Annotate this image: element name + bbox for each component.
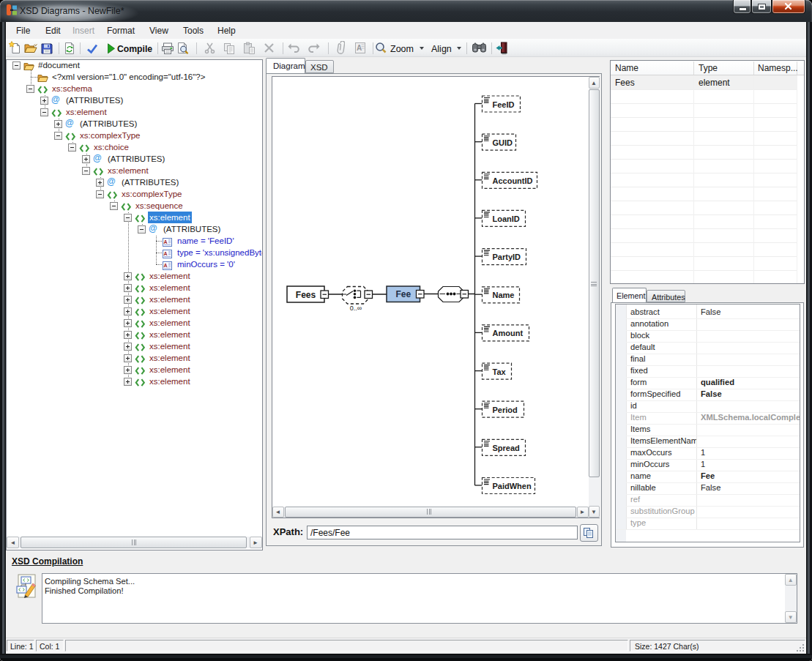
- svg-text:LoanID: LoanID: [492, 214, 519, 223]
- svg-text:Spread: Spread: [492, 443, 519, 452]
- svg-text:Period: Period: [492, 405, 517, 414]
- svg-text:Amount: Amount: [492, 329, 523, 337]
- svg-text:Tax: Tax: [492, 367, 506, 376]
- svg-text:FeeID: FeeID: [492, 100, 514, 108]
- svg-text:A: A: [164, 251, 168, 256]
- svg-text:A: A: [164, 263, 168, 268]
- svg-text:0..∞: 0..∞: [349, 305, 361, 312]
- svg-text:Fee: Fee: [395, 288, 411, 299]
- svg-text:GUID: GUID: [492, 138, 513, 146]
- svg-text:Name: Name: [492, 291, 514, 299]
- svg-text:AccountID: AccountID: [492, 176, 532, 184]
- svg-text:Fees: Fees: [295, 289, 316, 299]
- svg-text:A: A: [164, 239, 168, 244]
- svg-text:PaidWhen: PaidWhen: [492, 482, 531, 490]
- svg-text:A: A: [357, 44, 362, 52]
- svg-text:PartyID: PartyID: [492, 253, 521, 261]
